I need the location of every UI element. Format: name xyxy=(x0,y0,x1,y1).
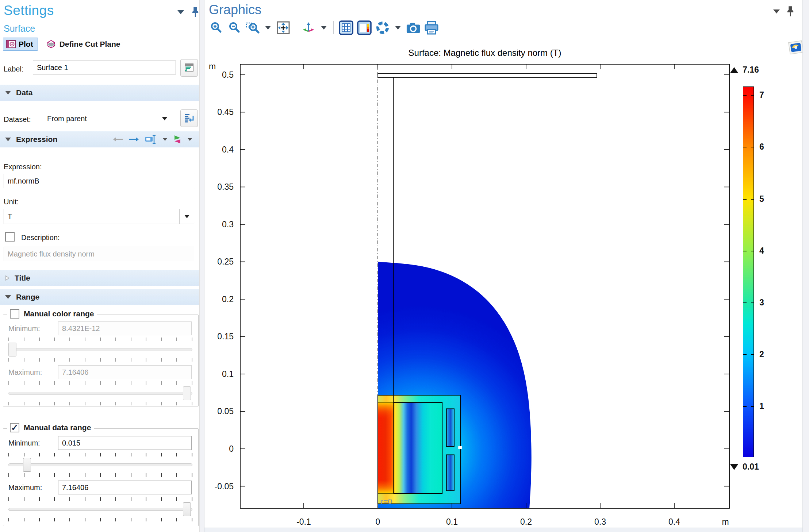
data-maximum-label: Maximum: xyxy=(8,483,42,492)
svg-text:0.5: 0.5 xyxy=(222,70,234,80)
go-to-source-button[interactable] xyxy=(180,109,198,127)
unit-value: T xyxy=(4,212,179,221)
settings-pin-icon[interactable] xyxy=(191,7,199,18)
svg-text:0.3: 0.3 xyxy=(222,220,234,229)
data-minimum-input[interactable] xyxy=(58,436,192,450)
svg-text:0.35: 0.35 xyxy=(217,182,234,192)
prev-expression-icon[interactable] xyxy=(112,136,123,143)
comsol-logo-button[interactable] xyxy=(787,39,805,56)
svg-text:0.3: 0.3 xyxy=(594,517,606,527)
section-header-data[interactable]: Data xyxy=(0,85,199,101)
legend-tick xyxy=(751,95,754,96)
go-to-source-icon xyxy=(184,113,195,124)
svg-text:0.1: 0.1 xyxy=(446,517,458,527)
svg-text:0.4: 0.4 xyxy=(222,145,234,154)
title-section-title: Title xyxy=(15,274,30,282)
define-cut-plane-button[interactable]: Define Cut Plane xyxy=(43,37,123,51)
legend-tick xyxy=(743,302,747,303)
legend-tick xyxy=(751,354,754,355)
panel-divider[interactable] xyxy=(199,0,204,532)
section-header-expression[interactable]: Expression xyxy=(0,131,199,147)
unit-dropdown[interactable]: T xyxy=(4,209,194,224)
dropdown-arrow-icon xyxy=(162,117,167,120)
manual-color-range-checkbox[interactable] xyxy=(10,309,19,319)
label-input[interactable] xyxy=(33,61,176,74)
cut-plane-icon xyxy=(46,39,57,49)
legend-tick-label: 3 xyxy=(759,298,764,308)
expression-section-title: Expression xyxy=(16,135,57,144)
svg-text:-0.05: -0.05 xyxy=(215,482,234,491)
manual-data-range-group: ✓ Manual data range Minimum: Maximum: xyxy=(3,428,199,526)
svg-text:0.4: 0.4 xyxy=(668,517,680,527)
description-checkbox[interactable] xyxy=(5,232,15,242)
legend-min-marker: 0.01 xyxy=(730,462,759,472)
collapse-triangle-icon xyxy=(5,91,11,95)
plot-button[interactable]: Plot xyxy=(3,38,38,51)
slider-thumb[interactable] xyxy=(23,458,31,472)
range-section-title: Range xyxy=(16,293,39,301)
slider-thumb xyxy=(183,386,191,400)
plot-button-label: Plot xyxy=(19,40,33,49)
dropdown-arrow-icon xyxy=(184,215,189,218)
legend-max-marker: 7.16 xyxy=(730,65,759,75)
svg-text:m: m xyxy=(722,517,729,527)
manual-data-range-label: Manual data range xyxy=(24,423,91,432)
rename-note-button[interactable] xyxy=(180,59,198,77)
svg-text:0: 0 xyxy=(376,517,380,527)
svg-text:m: m xyxy=(209,62,216,71)
expression-label: Expression: xyxy=(4,163,42,171)
min-triangle-icon xyxy=(730,464,738,470)
data-maximum-slider[interactable] xyxy=(8,497,192,521)
legend-tick-label: 4 xyxy=(759,246,764,256)
replace-expression-caret-icon[interactable] xyxy=(188,138,192,141)
define-cut-plane-label: Define Cut Plane xyxy=(60,40,120,49)
expression-input[interactable] xyxy=(4,174,194,188)
note-icon xyxy=(184,62,195,73)
plot-icon xyxy=(6,40,16,48)
settings-context-link[interactable]: Surface xyxy=(4,23,35,34)
svg-text:0.2: 0.2 xyxy=(222,294,234,304)
legend-tick xyxy=(751,251,754,251)
legend-tick-label: 2 xyxy=(759,350,764,359)
slider-thumb[interactable] xyxy=(183,502,191,516)
bottom-edge-strip xyxy=(204,528,809,532)
color-maximum-label: Maximum: xyxy=(8,368,42,377)
replace-expression-icon[interactable] xyxy=(173,135,182,144)
next-expression-icon[interactable] xyxy=(129,136,139,143)
data-maximum-input[interactable] xyxy=(58,481,192,494)
legend-tick-label: 1 xyxy=(759,401,764,411)
section-header-range[interactable]: Range xyxy=(0,289,199,305)
svg-text:0.15: 0.15 xyxy=(217,332,234,341)
plot-area: r=0-0.100.10.20.30.40.50.450.40.350.30.2… xyxy=(204,0,809,532)
svg-text:r=0: r=0 xyxy=(381,497,392,505)
dataset-label: Dataset: xyxy=(4,115,31,124)
section-header-title[interactable]: Title xyxy=(0,270,199,286)
insert-expression-caret-icon[interactable] xyxy=(163,138,168,141)
settings-panel: Settings Surface Plot Define Cut Plane L… xyxy=(0,0,199,532)
collapse-triangle-icon xyxy=(5,138,11,141)
legend-tick xyxy=(751,302,754,303)
settings-menu-caret-icon[interactable] xyxy=(177,10,184,14)
svg-text:0.45: 0.45 xyxy=(217,107,234,117)
legend-tick-label: 6 xyxy=(759,142,764,152)
unit-label: Unit: xyxy=(4,198,19,206)
description-label: Description: xyxy=(21,234,60,242)
svg-text:0.05: 0.05 xyxy=(217,406,234,416)
right-scrollbar-strip[interactable] xyxy=(802,0,809,532)
color-minimum-slider xyxy=(8,338,192,362)
legend-tick xyxy=(751,406,754,407)
color-minimum-input xyxy=(58,321,192,335)
color-maximum-input xyxy=(58,365,192,379)
data-minimum-label: Minimum: xyxy=(8,439,40,447)
insert-expression-icon[interactable] xyxy=(145,135,157,144)
plot-canvas[interactable]: r=0-0.100.10.20.30.40.50.450.40.350.30.2… xyxy=(204,0,809,532)
legend-tick xyxy=(743,199,747,200)
color-minimum-label: Minimum: xyxy=(8,324,40,333)
max-triangle-icon xyxy=(730,67,738,73)
svg-text:0.25: 0.25 xyxy=(217,257,234,266)
data-minimum-slider[interactable] xyxy=(8,453,192,477)
dataset-dropdown[interactable]: From parent xyxy=(41,111,172,126)
manual-data-range-checkbox[interactable]: ✓ xyxy=(10,423,19,432)
svg-text:0: 0 xyxy=(229,444,234,454)
color-maximum-slider xyxy=(8,381,192,405)
